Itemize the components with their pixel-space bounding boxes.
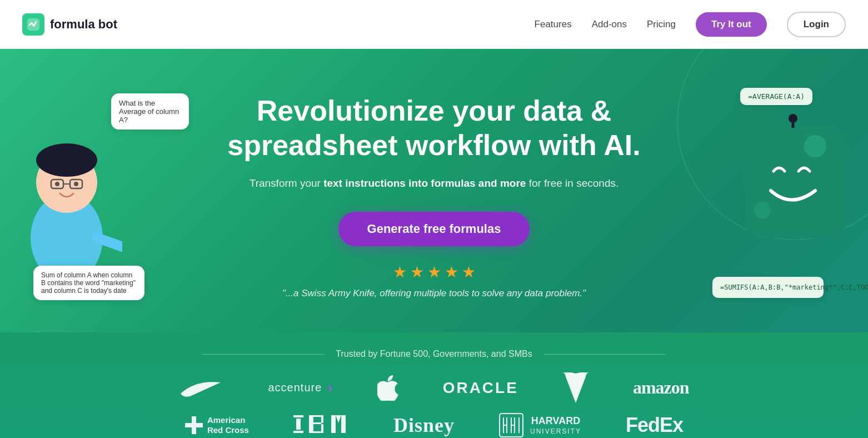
svg-rect-21 [309,415,313,433]
trusted-label: Trusted by Fortune 500, Governments, and… [336,349,532,359]
svg-point-8 [74,182,78,186]
star-2: ★ [410,263,424,281]
star-3: ★ [427,263,441,281]
divider-right [543,354,666,355]
svg-point-3 [36,143,97,177]
svg-rect-22 [313,415,321,417]
logos-row-2: American Red Cross [44,413,824,437]
divider-left [202,354,325,355]
svg-point-7 [55,182,59,186]
logo-fedex: FedEx [626,414,683,437]
logo-apple [377,375,398,401]
svg-rect-18 [293,415,303,417]
logo-harvard: HARVARD UNIVERSITY [499,413,581,437]
svg-marker-29 [336,415,341,423]
hero-section: What is the Average of column A? Sum of … [0,49,868,438]
logo-tesla [563,372,588,403]
login-button[interactable]: Login [787,12,846,37]
navbar: formula bot Features Add-ons Pricing Try… [0,0,868,49]
rating-stars: ★ ★ ★ ★ ★ [223,263,645,281]
svg-rect-28 [341,415,346,433]
svg-rect-20 [293,431,303,433]
formula-bubble-top: =AVERAGE(A:A) [740,88,812,105]
svg-rect-25 [321,424,323,433]
star-5: ★ [462,263,476,281]
svg-rect-19 [296,419,301,430]
logo-ibm [293,413,349,437]
logo-icon [22,13,44,36]
hero-subtitle: Transform your text instructions into fo… [223,175,645,192]
star-1: ★ [393,263,407,281]
logo-amazon: amazon [633,377,689,398]
logos-row-1: accenture › ORACLE amaz [44,372,824,403]
svg-rect-26 [313,431,321,433]
svg-rect-23 [321,415,323,423]
svg-rect-27 [331,415,336,433]
hero-title: Revolutionize your data & spreadsheet wo… [223,93,645,163]
logo[interactable]: formula bot [22,13,117,36]
hero-content: Revolutionize your data & spreadsheet wo… [223,93,645,299]
svg-rect-24 [313,422,321,424]
nav-links: Features Add-ons Pricing Try It out Logi… [535,12,846,37]
logo-oracle: ORACLE [443,379,518,397]
svg-point-14 [804,135,826,157]
logo-text: formula bot [50,17,117,32]
trusted-divider: Trusted by Fortune 500, Governments, and… [44,349,824,359]
nav-addons[interactable]: Add-ons [592,19,627,30]
nav-features[interactable]: Features [535,19,572,30]
character-right [729,104,857,273]
svg-point-12 [789,114,797,123]
trusted-section: Trusted by Fortune 500, Governments, and… [0,332,868,438]
logo-nike [179,377,223,399]
try-it-out-button[interactable]: Try It out [696,12,767,37]
svg-rect-17 [185,423,203,427]
logo-accenture: accenture › [268,379,332,397]
chat-bubble-top: What is the Average of column A? [111,93,189,130]
nav-pricing[interactable]: Pricing [647,19,676,30]
star-4: ★ [445,263,458,281]
svg-rect-11 [746,127,846,238]
chat-bubble-bottom: Sum of column A when column B contains t… [33,266,144,300]
generate-formulas-button[interactable]: Generate free formulas [338,212,530,246]
logo-redcross: American Red Cross [185,415,249,435]
hero-quote: "...a Swiss Army Knife, offering multipl… [223,288,645,299]
svg-point-15 [754,202,771,218]
logo-disney: Disney [393,414,455,437]
formula-bubble-bottom: =SUMIFS(A:A,B:B,"*marketing*",C:C,TODAY(… [712,277,824,298]
